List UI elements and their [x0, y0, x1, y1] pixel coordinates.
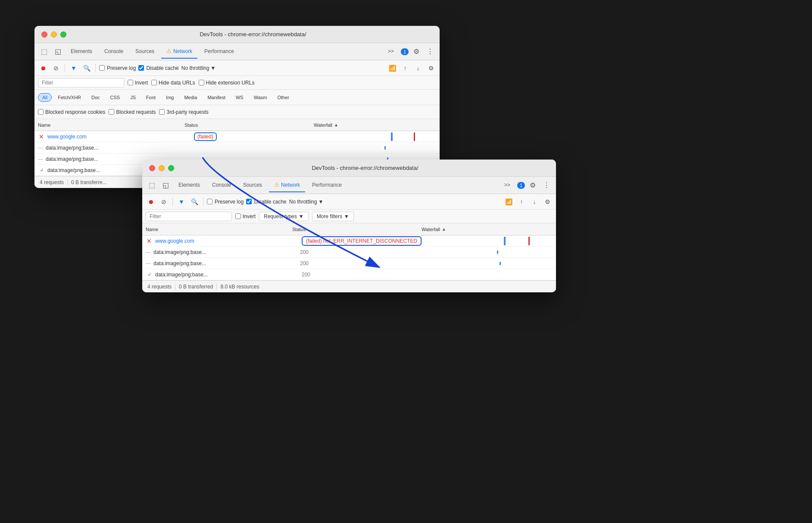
search-btn-front[interactable]: 🔍 [189, 197, 200, 207]
preserve-log-checkbox-back[interactable] [99, 65, 105, 71]
col-waterfall-header-back[interactable]: Waterfall ▲ [314, 122, 436, 128]
table-row-front-1[interactable]: — data:image/png;base... 200 [142, 247, 556, 258]
download-icon-back[interactable]: ↓ [413, 63, 423, 73]
throttle-select-back[interactable]: No throttling ▼ [181, 65, 216, 71]
settings-icon-front[interactable]: ⚙ [527, 179, 539, 191]
blocked-requests-back[interactable]: Blocked requests [109, 109, 156, 115]
col-name-header-front[interactable]: Name [146, 227, 292, 232]
table-row-front-2[interactable]: — data:image/png;base... 200 [142, 258, 556, 269]
disable-cache-label-front[interactable]: Disable cache [246, 199, 286, 205]
tab-console-back[interactable]: Console [99, 45, 128, 59]
filter-input-front[interactable] [146, 212, 232, 221]
download-icon-front[interactable]: ↓ [529, 197, 540, 207]
disable-cache-checkbox-front[interactable] [246, 199, 252, 204]
row-name-front-1[interactable]: data:image/png;base... [153, 249, 300, 255]
footer-divider-1-front [175, 284, 175, 290]
record-btn-back[interactable]: ⏺ [38, 63, 48, 73]
settings2-icon-front[interactable]: ⚙ [542, 197, 553, 207]
close-button-front[interactable] [149, 165, 155, 171]
type-ws-btn-back[interactable]: WS [231, 93, 248, 102]
disable-cache-label-back[interactable]: Disable cache [138, 65, 178, 71]
maximize-button-back[interactable] [60, 31, 66, 38]
filter-input-back[interactable] [38, 78, 124, 88]
clear-btn-front[interactable]: ⊘ [159, 197, 169, 207]
cursor-icon-back[interactable]: ⬚ [38, 46, 50, 58]
inspect-icon-front[interactable]: ◱ [159, 179, 172, 191]
col-waterfall-header-front[interactable]: Waterfall ▲ [422, 227, 553, 232]
inspect-icon-back[interactable]: ◱ [52, 46, 64, 58]
more-options-icon-back[interactable]: ⋮ [424, 46, 436, 58]
search-btn-back[interactable]: 🔍 [81, 63, 92, 73]
col-status-header-front[interactable]: Status [292, 227, 422, 232]
throttle-select-front[interactable]: No throttling ▼ [289, 199, 324, 205]
type-doc-btn-back[interactable]: Doc [87, 93, 104, 102]
traffic-lights-front [149, 165, 174, 171]
preserve-log-checkbox-front[interactable] [207, 199, 212, 204]
invert-checkbox-back[interactable]: Invert [128, 80, 148, 86]
tab-network-front[interactable]: ⚠ Network [269, 178, 305, 192]
row-name-front-3[interactable]: data:image/png;base... [155, 272, 302, 278]
third-party-back[interactable]: 3rd-party requests [159, 109, 208, 115]
clear-btn-back[interactable]: ⊘ [51, 63, 61, 73]
table-row-back-1[interactable]: — data:image/png;base... [34, 142, 440, 153]
col-status-header-back[interactable]: Status [184, 122, 314, 128]
wifi-icon-front[interactable]: 📶 [503, 197, 514, 207]
tab-sources-front[interactable]: Sources [238, 179, 267, 192]
request-types-btn-front[interactable]: Request types ▼ [259, 212, 309, 221]
table-row-front-0[interactable]: ✕ www.google.com (failed) net::ERR_INTER… [142, 235, 556, 247]
more-filters-btn-front[interactable]: More filters ▼ [312, 212, 354, 221]
row-name-back-1[interactable]: data:image/png;base... [46, 145, 192, 151]
type-font-btn-back[interactable]: Font [142, 93, 160, 102]
minimize-button-back[interactable] [51, 31, 57, 38]
row-name-front-0[interactable]: www.google.com [155, 238, 302, 244]
tab-performance-back[interactable]: Performance [199, 45, 239, 59]
hide-data-checkbox-back[interactable]: Hide data URLs [151, 80, 195, 86]
footer-transferred-back: 0 B transferre... [71, 179, 107, 185]
type-img-btn-back[interactable]: Img [162, 93, 178, 102]
invert-checkbox-front[interactable]: Invert [235, 213, 256, 219]
tab-sources-back[interactable]: Sources [130, 45, 159, 59]
hide-ext-checkbox-back[interactable]: Hide extension URLs [199, 80, 255, 86]
tab-elements-front[interactable]: Elements [173, 179, 205, 192]
upload-icon-front[interactable]: ↑ [516, 197, 527, 207]
preserve-log-label-back[interactable]: Preserve log [99, 65, 136, 71]
col-name-header-back[interactable]: Name [38, 122, 184, 128]
record-btn-front[interactable]: ⏺ [146, 197, 156, 207]
type-media-btn-back[interactable]: Media [180, 93, 201, 102]
minimize-button-front[interactable] [159, 165, 165, 171]
upload-icon-back[interactable]: ↑ [400, 63, 410, 73]
footer-resources-front: 8.0 kB resources [220, 284, 259, 290]
tab-more-back[interactable]: >> [383, 45, 399, 59]
disable-cache-checkbox-back[interactable] [138, 65, 144, 71]
tab-console-front[interactable]: Console [207, 179, 236, 192]
close-button-back[interactable] [41, 31, 47, 38]
type-js-btn-back[interactable]: JS [126, 93, 140, 102]
settings-icon-back[interactable]: ⚙ [410, 46, 422, 58]
type-fetch-btn-back[interactable]: Fetch/XHR [53, 93, 85, 102]
more-options-icon-front[interactable]: ⋮ [540, 179, 553, 191]
table-row-back-0[interactable]: ✕ www.google.com (failed) [34, 131, 440, 142]
type-css-btn-back[interactable]: CSS [106, 93, 125, 102]
cursor-icon-front[interactable]: ⬚ [146, 179, 158, 191]
settings2-icon-back[interactable]: ⚙ [426, 63, 436, 73]
tab-more-front[interactable]: >> [499, 179, 515, 192]
row-name-front-2[interactable]: data:image/png;base... [153, 260, 300, 266]
wifi-icon-back[interactable]: 📶 [387, 63, 397, 73]
type-all-btn-back[interactable]: All [38, 93, 52, 102]
maximize-button-front[interactable] [168, 165, 174, 171]
filter-btn-back[interactable]: ▼ [69, 63, 79, 73]
type-other-btn-back[interactable]: Other [273, 93, 294, 102]
tab-elements-back[interactable]: Elements [66, 45, 97, 59]
toolbar-front: ⏺ ⊘ ▼ 🔍 Preserve log Disable cache No th… [142, 194, 556, 210]
footer-requests-front: 4 requests [147, 284, 172, 290]
type-wasm-btn-back[interactable]: Wasm [250, 93, 272, 102]
table-row-front-3[interactable]: ↲ data:image/png;base... 200 [142, 269, 556, 280]
tab-performance-front[interactable]: Performance [307, 179, 347, 192]
filter-btn-front[interactable]: ▼ [176, 197, 187, 207]
blocked-cookies-back[interactable]: Blocked response cookies [38, 109, 105, 115]
sort-arrow-back: ▲ [334, 122, 338, 127]
type-manifest-btn-back[interactable]: Manifest [203, 93, 230, 102]
preserve-log-label-front[interactable]: Preserve log [207, 199, 244, 205]
tab-network-back[interactable]: ⚠ Network [161, 44, 197, 59]
row-name-back-0[interactable]: www.google.com [47, 134, 194, 140]
